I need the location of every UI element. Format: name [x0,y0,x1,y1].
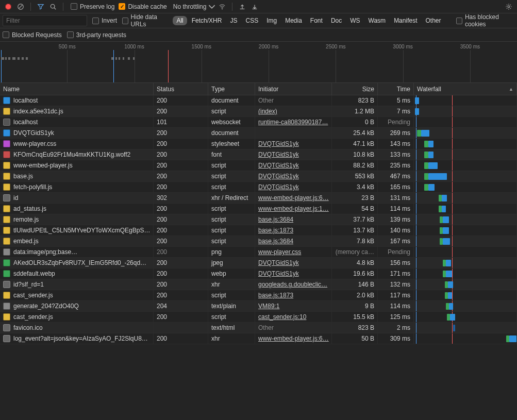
table-row[interactable]: www-embed-player.js200scriptDVQTGidS1yk8… [0,160,517,171]
table-row[interactable]: AKedOLR3sZqbFv8RU7X_IEmG5Rfd0_-26qd…200j… [0,258,517,268]
cell-name: base.js [0,171,154,181]
table-row[interactable]: DVQTGidS1yk200document25.4 kB269 ms [0,128,517,139]
search-icon[interactable] [47,1,59,12]
initiator-link[interactable]: DVQTGidS1yk [258,151,299,158]
import-har-icon[interactable] [237,1,248,12]
table-row[interactable]: favicon.icotext/htmlOther823 B2 ms [0,323,517,333]
cell-status: 302 [154,193,208,203]
table-row[interactable]: data:image/png;base…200pngwww-player.css… [0,247,517,258]
cell-waterfall [414,171,517,181]
cell-name: id?slf_rd=1 [0,279,154,290]
invert-checkbox[interactable]: Invert [92,17,117,24]
cell-name: cast_sender.js [0,290,154,300]
table-row[interactable]: remote.js200scriptbase.js:368437.7 kB139… [0,214,517,225]
initiator-link[interactable]: base.js:1873 [258,292,293,299]
initiator-link[interactable]: VM89:1 [258,303,279,310]
filter-pill-wasm[interactable]: Wasm [365,16,390,25]
initiator-link[interactable]: DVQTGidS1yk [258,140,299,147]
has-blocked-cookies-checkbox[interactable]: Has blocked cookies [456,13,514,28]
table-row[interactable]: cast_sender.js200scriptbase.js:18732.0 k… [0,290,517,301]
table-row[interactable]: index.a5ee31dc.js200script(index)1.2 MB7… [0,106,517,117]
third-party-checkbox[interactable]: 3rd-party requests [67,31,126,39]
header-type[interactable]: Type [208,83,255,95]
table-row[interactable]: www-player.css200stylesheetDVQTGidS1yk47… [0,139,517,149]
initiator-link[interactable]: base.js:3684 [258,238,293,245]
clear-button[interactable] [15,1,26,12]
table-row[interactable]: ad_status.js200scriptwww-embed-player.js… [0,204,517,214]
header-time[interactable]: Time [378,83,414,95]
cell-name: www-player.css [0,139,154,149]
initiator-link[interactable]: cast_sender.js:10 [258,313,306,321]
initiator-link[interactable]: www-player.css [258,248,301,256]
initiator-link[interactable]: DVQTGidS1yk [258,162,299,169]
initiator-link[interactable]: DVQTGidS1yk [258,259,299,266]
header-size[interactable]: Size [332,83,378,95]
initiator-link[interactable]: (index) [258,108,277,115]
filter-pill-font[interactable]: Font [307,16,326,25]
filter-pill-img[interactable]: Img [263,16,280,25]
request-name: id?slf_rd=1 [13,281,44,288]
filter-pill-other[interactable]: Other [422,16,444,25]
initiator-link[interactable]: base.js:1873 [258,227,293,234]
table-row[interactable]: sddefault.webp200webpDVQTGidS1yk19.6 kB1… [0,268,517,279]
timeline-overview[interactable]: 500 ms1000 ms1500 ms2000 ms2500 ms3000 m… [0,42,517,83]
filter-icon[interactable] [35,1,46,12]
table-row[interactable]: KFOmCnqEu92Fr1Mu4mxKKTU1Kg.woff2200fontD… [0,149,517,160]
cell-type: xhr / Redirect [208,193,255,203]
network-conditions-icon[interactable] [216,1,228,12]
cell-waterfall [414,279,517,290]
filter-pill-fetchxhr[interactable]: Fetch/XHR [188,16,226,25]
filter-pill-manifest[interactable]: Manifest [390,16,421,25]
initiator-text: Other [258,97,274,104]
wf-load-line [452,95,453,106]
preserve-log-checkbox[interactable]: Preserve log [71,3,114,10]
filter-pill-css[interactable]: CSS [242,16,262,25]
throttling-select[interactable]: No throttling [173,3,216,10]
filter-pill-ws[interactable]: WS [346,16,363,25]
header-status[interactable]: Status [154,83,208,95]
disable-cache-checkbox[interactable]: Disable cache [119,3,166,10]
initiator-link[interactable]: www-embed-player.js:6… [258,335,329,342]
filter-pill-media[interactable]: Media [281,16,306,25]
table-row[interactable]: tlUIwdUPEtL_C5LN5MYveDYToWXcmQEgBpS…200s… [0,225,517,236]
table-row[interactable]: id302xhr / Redirectwww-embed-player.js:6… [0,193,517,204]
record-button[interactable] [3,1,14,12]
table-row[interactable]: fetch-polyfill.js200scriptDVQTGidS1yk3.4… [0,182,517,193]
wf-load-line [452,247,453,257]
table-row[interactable]: log_event?alt=json&key=AIzaSyAO_FJ2SlqU8… [0,333,517,344]
table-row[interactable]: embed.js200scriptbase.js:36847.8 kB167 m… [0,236,517,247]
initiator-link[interactable]: base.js:3684 [258,216,293,223]
filter-pill-js[interactable]: JS [226,16,241,25]
initiator-link[interactable]: DVQTGidS1yk [258,173,299,180]
cell-name: localhost [0,117,154,127]
initiator-link[interactable]: googleads.g.doubleclic… [258,281,327,288]
header-waterfall[interactable]: Waterfall [414,83,517,95]
table-row[interactable]: localhost200documentOther823 B5 ms [0,95,517,106]
filter-pill-doc[interactable]: Doc [327,16,345,25]
initiator-link[interactable]: www-embed-player.js:1… [258,205,329,212]
table-row[interactable]: id?slf_rd=1200xhrgoogleads.g.doubleclic…… [0,279,517,290]
export-har-icon[interactable] [249,1,260,12]
initiator-link[interactable]: DVQTGidS1yk [258,270,299,277]
header-name[interactable]: Name [0,83,154,95]
table-row[interactable]: cast_sender.js200scriptcast_sender.js:10… [0,312,517,323]
cell-size: 47.1 kB [332,139,378,149]
table-row[interactable]: localhost101websocketruntime-ca808399018… [0,117,517,128]
request-table-body[interactable]: localhost200documentOther823 B5 msindex.… [0,95,517,420]
filter-input[interactable] [3,15,87,26]
cell-time: 7 ms [378,106,414,116]
table-row[interactable]: base.js200scriptDVQTGidS1yk553 kB467 ms [0,171,517,182]
table-row[interactable]: generate_204?ZdO40Q204text/plainVM89:19 … [0,301,517,312]
header-initiator[interactable]: Initiator [255,83,332,95]
filter-pill-all[interactable]: All [173,16,187,25]
cell-name: data:image/png;base… [0,247,154,257]
initiator-link[interactable]: runtime-ca8083990187… [258,119,328,126]
blocked-requests-checkbox[interactable]: Blocked Requests [3,31,62,39]
wf-domcontent-line [416,323,416,333]
hide-data-urls-checkbox[interactable]: Hide data URLs [122,13,169,28]
initiator-link[interactable]: DVQTGidS1yk [258,183,299,191]
filter-bar-secondary: Blocked Requests 3rd-party requests [0,28,517,42]
cell-waterfall [414,204,517,214]
initiator-link[interactable]: www-embed-player.js:6… [258,194,329,201]
settings-icon[interactable] [503,1,514,12]
